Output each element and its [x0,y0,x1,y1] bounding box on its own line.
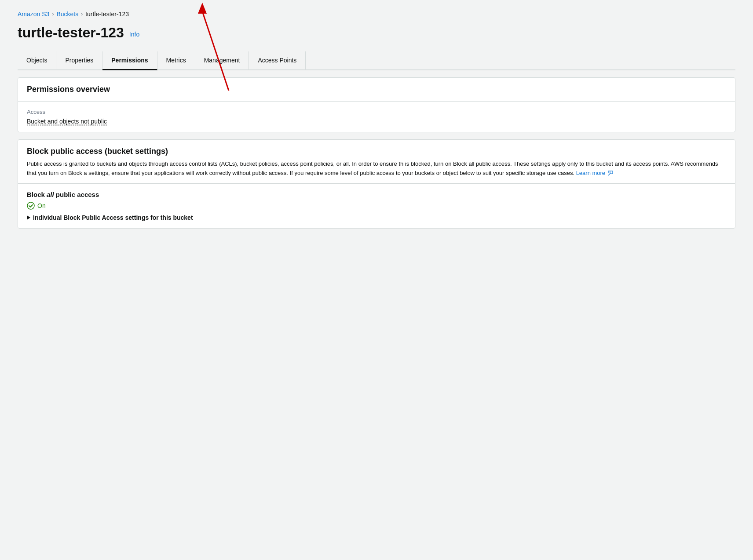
status-on-label: On [37,202,46,209]
content-area: Permissions overview Access Bucket and o… [18,70,735,229]
individual-settings-row[interactable]: Individual Block Public Access settings … [27,214,726,221]
tab-management[interactable]: Management [195,51,249,70]
block-all-section: Block all public access On Individual Bl… [18,184,735,228]
tabs-container: Objects Properties Permissions Metrics M… [18,51,735,70]
permissions-overview-card: Permissions overview Access Bucket and o… [18,77,735,132]
page-container: Amazon S3 › Buckets › turtle-tester-123 … [0,0,753,560]
check-circle-icon [27,202,35,210]
breadcrumb: Amazon S3 › Buckets › turtle-tester-123 [18,11,735,18]
status-on-row: On [27,202,726,210]
info-link[interactable]: Info [129,31,139,38]
permissions-overview-title: Permissions overview [27,85,110,94]
tab-permissions[interactable]: Permissions [102,51,157,70]
external-link-icon [608,171,613,176]
block-public-access-card: Block public access (bucket settings) Pu… [18,139,735,229]
tab-access-points[interactable]: Access Points [249,51,306,70]
block-all-title: Block all public access [27,191,726,198]
learn-more-link[interactable]: Learn more [576,170,613,176]
breadcrumb-sep-2: › [81,11,83,17]
permissions-overview-body: Access Bucket and objects not public [18,102,735,132]
svg-point-3 [27,202,34,209]
access-value: Bucket and objects not public [27,118,726,125]
breadcrumb-sep-1: › [52,11,54,17]
block-public-access-header: Block public access (bucket settings) [18,140,735,160]
page-title: turtle-tester-123 [18,25,124,41]
breadcrumb-buckets[interactable]: Buckets [56,11,78,18]
tab-properties[interactable]: Properties [56,51,102,70]
individual-settings-label: Individual Block Public Access settings … [33,214,193,221]
triangle-right-icon [27,215,30,220]
page-title-row: turtle-tester-123 Info [18,25,735,41]
svg-rect-2 [610,171,613,174]
breadcrumb-amazon-s3[interactable]: Amazon S3 [18,11,49,18]
tab-metrics[interactable]: Metrics [157,51,195,70]
tab-objects[interactable]: Objects [18,51,56,70]
permissions-overview-header: Permissions overview [18,78,735,102]
access-label: Access [27,109,726,115]
breadcrumb-current: turtle-tester-123 [85,11,129,18]
block-public-access-title: Block public access (bucket settings) [27,147,168,156]
block-public-access-description: Public access is granted to buckets and … [18,160,735,184]
